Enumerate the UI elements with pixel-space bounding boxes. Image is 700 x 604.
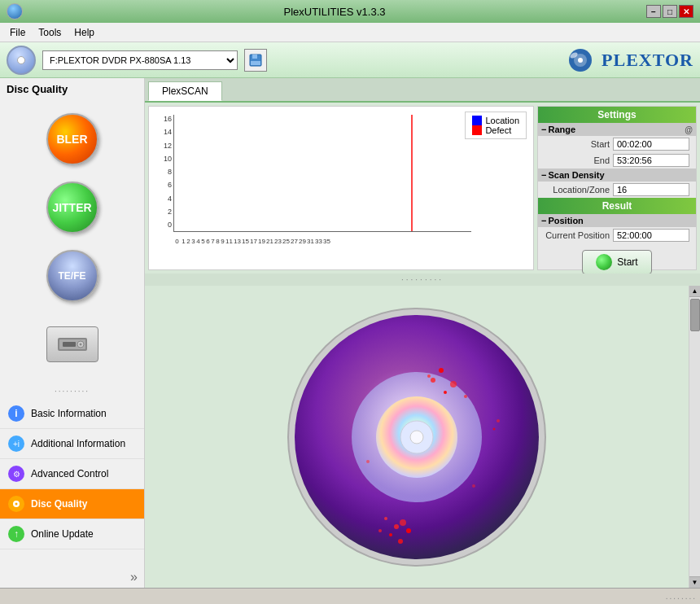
start-button-label: Start xyxy=(617,256,637,268)
svg-point-11 xyxy=(79,344,81,346)
range-section-header[interactable]: − Range @ xyxy=(538,123,696,136)
scan-density-header[interactable]: − Scan Density xyxy=(538,169,696,182)
basic-info-label: Basic Information xyxy=(31,408,107,419)
svg-point-33 xyxy=(439,368,444,373)
close-button[interactable]: ✕ xyxy=(679,5,693,18)
svg-point-30 xyxy=(444,391,447,394)
sidebar-expand-button[interactable]: » xyxy=(0,567,144,588)
sidebar-nav: i Basic Information +i Additional Inform… xyxy=(0,399,144,567)
plextor-brand-text: PLEXTOR xyxy=(602,50,693,71)
position-label: Position xyxy=(548,216,583,225)
scroll-thumb[interactable] xyxy=(690,299,700,331)
sidebar-item-advanced-control[interactable]: ⚙ Advanced Control xyxy=(0,459,144,489)
start-button-icon xyxy=(596,254,612,270)
at-symbol[interactable]: @ xyxy=(685,125,693,134)
toolbar: F:PLEXTOR DVDR PX-880SA 1.13 PLEXTOR xyxy=(0,42,700,78)
current-position-row: Current Position 52:00:00 xyxy=(538,227,696,243)
disc-svg xyxy=(270,299,563,576)
range-label: Range xyxy=(548,125,575,134)
tefe-icon-button[interactable]: TE/FE xyxy=(40,243,105,309)
menu-bar: File Tools Help xyxy=(0,23,700,42)
drive-select[interactable]: F:PLEXTOR DVDR PX-880SA 1.13 xyxy=(42,50,238,70)
jitter-icon-button[interactable]: JITTER xyxy=(40,175,105,240)
maximize-button[interactable]: □ xyxy=(663,5,677,18)
sidebar-item-basic-info[interactable]: i Basic Information xyxy=(0,399,144,429)
drive-scan-icon xyxy=(56,333,89,356)
window-controls: − □ ✕ xyxy=(646,5,693,18)
chart-area: Location Defect 16 14 12 10 8 xyxy=(148,106,534,270)
current-position-value: 52:00:00 xyxy=(613,229,689,242)
svg-point-20 xyxy=(15,503,18,506)
x-axis: 0 1 2 3 4 5 6 7 8 9 11 13 15 17 xyxy=(173,238,471,245)
svg-point-42 xyxy=(497,419,500,422)
scroll-down-button[interactable]: ▼ xyxy=(689,576,700,588)
start-row: Start 00:02:00 xyxy=(538,136,696,152)
settings-panel: Settings − Range @ Start 00:02:00 End 53… xyxy=(537,106,697,270)
settings-header: Settings xyxy=(538,107,696,123)
advanced-control-label: Advanced Control xyxy=(31,468,108,479)
scroll-up-button[interactable]: ▲ xyxy=(689,286,700,297)
position-section-header[interactable]: − Position xyxy=(538,214,696,227)
save-icon xyxy=(248,53,263,68)
scan-density-label: Scan Density xyxy=(548,170,604,180)
content-wrapper: PlexSCAN Location Defect xyxy=(145,78,700,588)
svg-point-34 xyxy=(464,395,467,398)
expand-icon: » xyxy=(130,570,138,584)
title-bar: PlexUTILITIES v1.3.3 − □ ✕ xyxy=(0,0,700,23)
status-dots: ........ xyxy=(666,592,697,601)
sidebar-section-title: Disc Quality xyxy=(0,78,144,100)
svg-rect-1 xyxy=(252,55,257,59)
bars-container xyxy=(173,115,471,232)
svg-point-32 xyxy=(427,374,431,378)
basic-info-icon: i xyxy=(7,404,26,423)
app-icon xyxy=(7,3,23,20)
svg-point-28 xyxy=(410,431,423,444)
minimize-button[interactable]: − xyxy=(646,5,661,18)
disc-view-area: ▲ ▼ xyxy=(145,286,700,588)
location-zone-label: Location/Zone xyxy=(545,185,610,195)
svg-rect-2 xyxy=(251,61,260,65)
drive-icon xyxy=(7,46,36,75)
additional-info-label: Additional Information xyxy=(31,438,125,449)
vertical-scrollbar[interactable]: ▲ ▼ xyxy=(689,286,700,588)
start-button[interactable]: Start xyxy=(582,250,651,274)
end-label: End xyxy=(545,155,610,165)
end-row: End 53:20:56 xyxy=(538,152,696,169)
current-position-label: Current Position xyxy=(545,230,610,240)
disc-quality-label: Disc Quality xyxy=(31,498,87,510)
svg-point-37 xyxy=(400,519,406,526)
sidebar-item-online-update[interactable]: ↑ Online Update xyxy=(0,519,144,549)
menu-tools[interactable]: Tools xyxy=(32,25,68,40)
jitter-icon: JITTER xyxy=(46,182,98,234)
chart-separator: ········· xyxy=(145,274,700,286)
menu-help[interactable]: Help xyxy=(68,25,101,40)
bler-icon-button[interactable]: BLER xyxy=(40,107,105,172)
svg-point-44 xyxy=(366,460,370,463)
tefe-icon: TE/FE xyxy=(46,250,98,302)
save-button[interactable] xyxy=(244,49,267,72)
drive-scan-icon-button[interactable] xyxy=(40,312,105,377)
menu-file[interactable]: File xyxy=(3,25,32,40)
advanced-control-icon: ⚙ xyxy=(7,464,26,484)
additional-info-icon: +i xyxy=(7,434,26,453)
end-value: 53:20:56 xyxy=(613,154,689,167)
bler-icon: BLER xyxy=(46,113,98,165)
location-zone-value: 16 xyxy=(613,183,689,196)
legend-defect: Defect xyxy=(472,125,519,135)
svg-text:i: i xyxy=(15,408,17,419)
sidebar-item-disc-quality[interactable]: Disc Quality xyxy=(0,489,144,519)
online-update-label: Online Update xyxy=(31,528,94,540)
svg-point-36 xyxy=(389,533,392,536)
disc-container xyxy=(145,286,689,588)
svg-point-41 xyxy=(398,539,403,544)
result-header: Result xyxy=(538,198,696,214)
legend-location-label: Location xyxy=(485,116,519,125)
sidebar-item-additional-info[interactable]: +i Additional Information xyxy=(0,429,144,459)
svg-text:↑: ↑ xyxy=(14,528,19,540)
sidebar-dots-1: ········· xyxy=(0,383,144,399)
status-bar: ........ xyxy=(0,588,700,604)
location-zone-row: Location/Zone 16 xyxy=(538,182,696,198)
svg-point-40 xyxy=(378,529,382,532)
chart-legend: Location Defect xyxy=(465,112,527,139)
tab-plexscan[interactable]: PlexSCAN xyxy=(148,81,222,101)
